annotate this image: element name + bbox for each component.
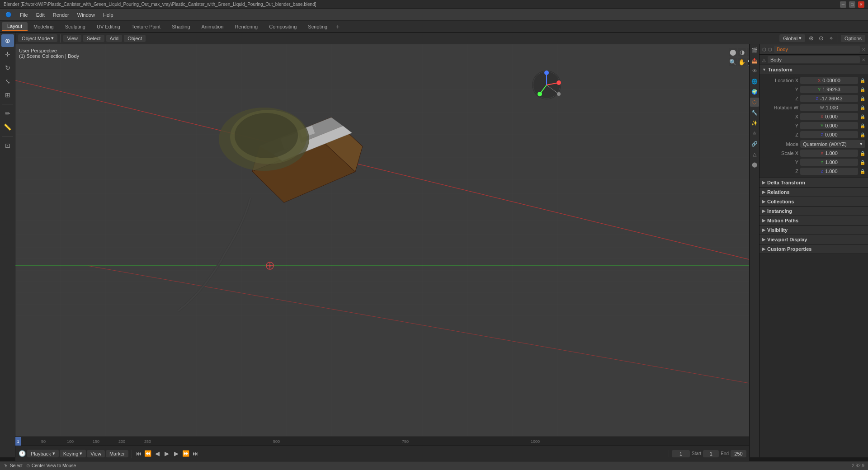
collections-header[interactable]: ▶ Collections <box>760 197 868 206</box>
start-frame-field[interactable]: 1 <box>703 450 719 457</box>
global-dropdown[interactable]: Global ▾ <box>779 34 805 42</box>
rotation-mode-dropdown[interactable]: Quaternion (WXYZ) ▾ <box>800 140 865 148</box>
location-y-field[interactable]: Y 1.99253 <box>800 86 858 93</box>
prop-scene-icon[interactable]: 🌐 <box>750 77 759 86</box>
add-workspace-button[interactable]: + <box>333 22 342 31</box>
view-menu[interactable]: View <box>63 35 81 42</box>
menu-edit[interactable]: Edit <box>33 11 48 19</box>
motion-paths-header[interactable]: ▶ Motion Paths <box>760 216 868 225</box>
scale-z-field[interactable]: Z 1.000 <box>800 168 858 175</box>
prev-keyframe-icon[interactable]: ◀ <box>153 450 161 458</box>
snap-magnet-icon[interactable]: ⊛ <box>807 34 815 42</box>
timeline-marker-btn[interactable]: Marker <box>106 450 128 457</box>
rotation-x-lock[interactable]: 🔒 <box>860 114 865 119</box>
cursor-tool[interactable]: ⊕ <box>1 34 14 47</box>
location-x-field[interactable]: X 0.00000 <box>800 77 858 84</box>
object-name-field[interactable]: Body <box>774 46 860 53</box>
add-menu[interactable]: Add <box>106 35 123 42</box>
snap-icon[interactable]: ⌖ <box>827 34 835 42</box>
prop-object-icon[interactable]: ⬡ <box>750 98 759 107</box>
maximize-button[interactable]: □ <box>849 1 855 8</box>
select-menu[interactable]: Select <box>83 35 104 42</box>
rotation-x-field[interactable]: X 0.000 <box>800 113 858 120</box>
current-frame-field[interactable]: 1 <box>672 450 690 457</box>
viewport-display-header[interactable]: ▶ Viewport Display <box>760 235 868 244</box>
prop-output-icon[interactable]: 📤 <box>750 56 759 65</box>
end-frame-field[interactable]: 250 <box>731 450 746 457</box>
transform-header[interactable]: ▼ Transform <box>760 65 868 74</box>
prop-render-icon[interactable]: 🎬 <box>750 46 759 55</box>
jump-start-icon[interactable]: ⏮ <box>134 450 142 458</box>
location-z-field[interactable]: Z -17.36043 <box>800 95 858 102</box>
object-menu[interactable]: Object <box>124 35 146 42</box>
next-keyframe-icon[interactable]: ▶ <box>172 450 180 458</box>
rotation-z-field[interactable]: Z 0.000 <box>800 131 858 138</box>
viewport[interactable]: User Perspective (1) Scene Collection | … <box>15 44 759 446</box>
tab-texture-paint[interactable]: Texture Paint <box>126 23 166 31</box>
prop-modifier-icon[interactable]: 🔧 <box>750 108 759 117</box>
mesh-expand-icon[interactable]: ✕ <box>862 57 865 62</box>
delta-transform-header[interactable]: ▶ Delta Transform <box>760 178 868 187</box>
object-mode-dropdown[interactable]: Object Mode ▾ <box>18 34 57 42</box>
measure-tool[interactable]: 📏 <box>1 121 14 133</box>
object-expand-icon[interactable]: ✕ <box>862 47 865 52</box>
timeline-view-btn[interactable]: View <box>87 450 105 457</box>
visibility-header[interactable]: ▶ Visibility <box>760 226 868 235</box>
prop-world-icon[interactable]: 🌍 <box>750 87 759 96</box>
tab-compositing[interactable]: Compositing <box>264 23 302 31</box>
tab-shading[interactable]: Shading <box>166 23 195 31</box>
mesh-name-field[interactable]: Body <box>768 56 860 63</box>
move-tool[interactable]: ✛ <box>1 48 14 61</box>
rotation-y-field[interactable]: Y 0.000 <box>800 122 858 129</box>
location-z-lock[interactable]: 🔒 <box>860 96 865 101</box>
annotate-tool[interactable]: ✏ <box>1 107 14 120</box>
viewport-shading-solid[interactable]: ⬤ <box>729 48 737 56</box>
prop-constraints-icon[interactable]: 🔗 <box>750 139 759 148</box>
location-y-lock[interactable]: 🔒 <box>860 87 865 92</box>
tab-rendering[interactable]: Rendering <box>229 23 263 31</box>
play-icon[interactable]: ▶ <box>163 450 171 458</box>
menu-window[interactable]: Window <box>74 11 99 19</box>
menu-render[interactable]: Render <box>49 11 73 19</box>
scale-tool[interactable]: ⤡ <box>1 75 14 88</box>
next-frame-icon[interactable]: ⏩ <box>182 450 190 458</box>
rotation-z-lock[interactable]: 🔒 <box>860 132 865 137</box>
location-x-lock[interactable]: 🔒 <box>860 78 865 83</box>
jump-end-icon[interactable]: ⏭ <box>191 450 199 458</box>
menu-file[interactable]: File <box>16 11 32 19</box>
timeline-clock-icon[interactable]: 🕐 <box>18 450 26 458</box>
close-button[interactable]: ✕ <box>858 1 864 8</box>
prev-frame-icon[interactable]: ⏪ <box>144 450 152 458</box>
proportional-edit-icon[interactable]: ⊙ <box>817 34 825 42</box>
scale-y-lock[interactable]: 🔒 <box>860 160 865 165</box>
rotate-tool[interactable]: ↻ <box>1 61 14 74</box>
instancing-header[interactable]: ▶ Instancing <box>760 207 868 216</box>
rotation-w-field[interactable]: W 1.000 <box>800 104 858 111</box>
rotation-w-lock[interactable]: 🔒 <box>860 105 865 110</box>
prop-physics-icon[interactable]: ⚛ <box>750 129 759 138</box>
scale-x-lock[interactable]: 🔒 <box>860 151 865 156</box>
scale-x-field[interactable]: X 1.000 <box>800 150 858 157</box>
viewport-shading-material[interactable]: ◑ <box>738 48 746 56</box>
scale-z-lock[interactable]: 🔒 <box>860 169 865 174</box>
menu-blender[interactable]: 🔵 <box>2 11 15 19</box>
tab-scripting[interactable]: Scripting <box>302 23 333 31</box>
tab-sculpting[interactable]: Sculpting <box>60 23 91 31</box>
tab-layout[interactable]: Layout <box>2 22 28 31</box>
prop-view-layer-icon[interactable]: 👁 <box>750 66 759 75</box>
relations-header[interactable]: ▶ Relations <box>760 188 868 197</box>
add-tool[interactable]: ⊡ <box>1 139 14 152</box>
tab-animation[interactable]: Animation <box>196 23 229 31</box>
timeline-playback-btn[interactable]: Playback ▾ <box>27 450 59 457</box>
rotation-y-lock[interactable]: 🔒 <box>860 123 865 128</box>
prop-material-icon[interactable]: ⬤ <box>750 160 759 169</box>
viewport-pan[interactable]: ✋ <box>738 58 746 66</box>
viewport-zoom-in[interactable]: 🔍 <box>729 58 737 66</box>
scale-y-field[interactable]: Y 1.000 <box>800 159 858 166</box>
transform-tool[interactable]: ⊞ <box>1 89 14 101</box>
timeline-keying-btn[interactable]: Keying ▾ <box>60 450 86 457</box>
prop-particles-icon[interactable]: ✨ <box>750 118 759 127</box>
menu-help[interactable]: Help <box>99 11 117 19</box>
prop-data-icon[interactable]: △ <box>750 150 759 159</box>
current-frame-indicator[interactable]: 1 <box>15 437 21 446</box>
